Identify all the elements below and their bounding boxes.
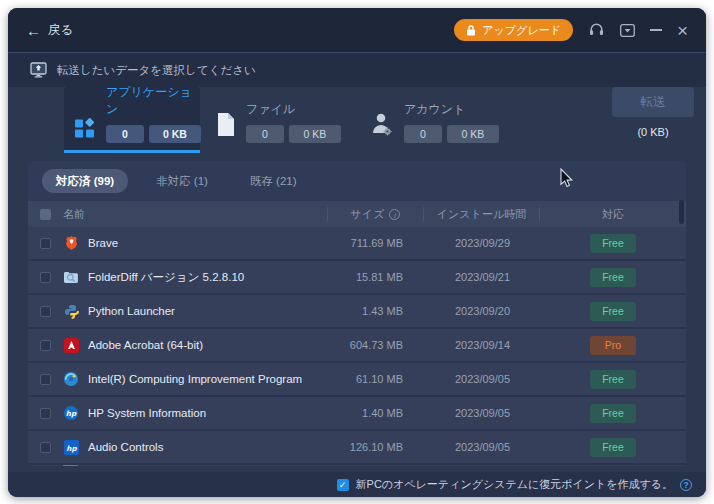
- column-size: サイズ i: [327, 207, 423, 221]
- tab-accounts[interactable]: アカウント 0 0 KB: [360, 87, 512, 153]
- install-date: 2023/09/21: [425, 271, 540, 283]
- support-badge: Free: [590, 268, 636, 287]
- filter-existing[interactable]: 既存 (21): [236, 169, 311, 193]
- column-name: 名前: [63, 207, 327, 222]
- transfer-monitor-icon: [30, 62, 47, 78]
- row-checkbox[interactable]: [40, 306, 51, 317]
- hp-circle-icon: hp: [63, 405, 79, 421]
- support-badge: Free: [590, 302, 636, 321]
- row-checkbox[interactable]: [40, 340, 51, 351]
- instruction-text: 転送したいデータを選択してください: [57, 63, 256, 78]
- back-button[interactable]: ← 戻る: [26, 22, 73, 39]
- python-icon: [63, 303, 79, 319]
- install-date: 2023/09/05: [425, 441, 540, 453]
- filter-unsupported[interactable]: 非対応 (1): [142, 169, 222, 193]
- install-date: 2023/09/14: [425, 339, 540, 351]
- applications-grid-icon: [74, 117, 96, 143]
- install-date: 2023/09/20: [425, 305, 540, 317]
- restore-point-checkbox[interactable]: ✓: [337, 479, 349, 491]
- column-install-time: インストール時間: [423, 207, 539, 221]
- table-header: 名前 サイズ i インストール時間 対応: [28, 201, 686, 227]
- filter-tabs: 対応済 (99) 非対応 (1) 既存 (21): [28, 161, 686, 193]
- support-headset-icon[interactable]: [588, 22, 605, 38]
- app-name: FolderDiff バージョン 5.2.8.10: [88, 270, 330, 285]
- table-row[interactable]: Adobe Acrobat (64-bit) 604.73 MB 2023/09…: [28, 329, 686, 363]
- files-size-badge: 0 KB: [289, 125, 341, 143]
- applications-size-badge: 0 KB: [149, 125, 201, 143]
- select-all-checkbox[interactable]: [40, 209, 51, 220]
- support-badge: Free: [590, 438, 636, 457]
- row-checkbox[interactable]: [40, 408, 51, 419]
- app-size: 604.73 MB: [330, 339, 425, 351]
- app-name: Brave: [88, 237, 330, 249]
- row-checkbox[interactable]: [40, 272, 51, 283]
- install-date: 2023/09/29: [425, 237, 540, 249]
- support-badge: Free: [590, 234, 636, 253]
- applications-count-badge: 0: [106, 125, 144, 143]
- svg-text:hp: hp: [66, 443, 77, 452]
- subheader: 転送したいデータを選択してください: [8, 52, 706, 87]
- accounts-user-gear-icon: [370, 111, 394, 141]
- back-arrow-icon: ←: [26, 23, 41, 38]
- app-size: 126.10 MB: [330, 441, 425, 453]
- app-name: Audio Controls: [88, 441, 330, 453]
- folderdiff-icon: [63, 269, 79, 285]
- row-checkbox[interactable]: [40, 238, 51, 249]
- transfer-button[interactable]: 転送: [612, 87, 694, 117]
- table-row[interactable]: hp Audio Controls 126.10 MB 2023/09/05 F…: [28, 431, 686, 465]
- table-row[interactable]: Intel(R) Computing Improvement Program 6…: [28, 363, 686, 397]
- table-row[interactable]: hp HP System Information 1.40 MB 2023/09…: [28, 397, 686, 431]
- scrollbar-thumb[interactable]: [679, 200, 684, 224]
- app-name: Python Launcher: [88, 305, 330, 317]
- table-row-partial: [28, 465, 686, 466]
- app-list-panel: 対応済 (99) 非対応 (1) 既存 (21) 名前 サイズ i インストール…: [28, 161, 686, 466]
- upgrade-button[interactable]: アップグレード: [454, 19, 573, 41]
- upgrade-label: アップグレード: [482, 23, 561, 38]
- category-tabs: アプリケーション 0 0 KB ファイル 0 0 KB: [8, 87, 706, 153]
- tab-files-label: ファイル: [246, 101, 341, 118]
- minimize-button[interactable]: [650, 29, 662, 31]
- brave-icon: [63, 235, 79, 251]
- back-label: 戻る: [48, 22, 73, 39]
- app-size: 711.69 MB: [330, 237, 425, 249]
- support-badge: Free: [590, 370, 636, 389]
- tab-applications-label: アプリケーション: [106, 84, 201, 118]
- help-question-icon[interactable]: ?: [680, 479, 692, 491]
- acrobat-icon: [63, 337, 79, 353]
- accounts-count-badge: 0: [404, 125, 442, 143]
- tab-accounts-label: アカウント: [404, 101, 499, 118]
- app-window: ← 戻る アップグレード × 転送したいデータを選択してください: [8, 8, 706, 497]
- menu-dropdown-icon[interactable]: [620, 24, 635, 37]
- app-size: 15.81 MB: [330, 271, 425, 283]
- files-document-icon: [216, 112, 236, 141]
- table-row[interactable]: FolderDiff バージョン 5.2.8.10 15.81 MB 2023/…: [28, 261, 686, 295]
- row-checkbox[interactable]: [40, 442, 51, 453]
- size-info-icon[interactable]: i: [389, 209, 400, 220]
- intel-icon: [63, 371, 79, 387]
- lock-icon: [466, 25, 476, 36]
- app-name: Intel(R) Computing Improvement Program: [88, 373, 330, 385]
- svg-text:hp: hp: [66, 409, 77, 418]
- table-row[interactable]: Brave 711.69 MB 2023/09/29 Free: [28, 227, 686, 261]
- tab-applications[interactable]: アプリケーション 0 0 KB: [64, 87, 200, 153]
- table-body: Brave 711.69 MB 2023/09/29 Free FolderDi…: [28, 227, 686, 465]
- filter-supported[interactable]: 対応済 (99): [42, 169, 128, 193]
- app-size: 1.43 MB: [330, 305, 425, 317]
- install-date: 2023/09/05: [425, 373, 540, 385]
- app-size: 1.40 MB: [330, 407, 425, 419]
- restore-point-label: 新PCのオペレーティングシステムに復元ポイントを作成する。: [356, 477, 673, 492]
- support-badge: Pro: [590, 336, 636, 355]
- app-name: Adobe Acrobat (64-bit): [88, 339, 330, 351]
- transfer-total-size: (0 KB): [612, 126, 694, 138]
- app-name: HP System Information: [88, 407, 330, 419]
- tab-files[interactable]: ファイル 0 0 KB: [206, 87, 354, 153]
- files-count-badge: 0: [246, 125, 284, 143]
- footer-bar: ✓ 新PCのオペレーティングシステムに復元ポイントを作成する。 ?: [8, 472, 706, 497]
- close-button[interactable]: ×: [677, 21, 688, 40]
- table-row[interactable]: Python Launcher 1.43 MB 2023/09/20 Free: [28, 295, 686, 329]
- accounts-size-badge: 0 KB: [447, 125, 499, 143]
- app-size: 61.10 MB: [330, 373, 425, 385]
- titlebar: ← 戻る アップグレード ×: [8, 8, 706, 52]
- row-checkbox[interactable]: [40, 374, 51, 385]
- install-date: 2023/09/05: [425, 407, 540, 419]
